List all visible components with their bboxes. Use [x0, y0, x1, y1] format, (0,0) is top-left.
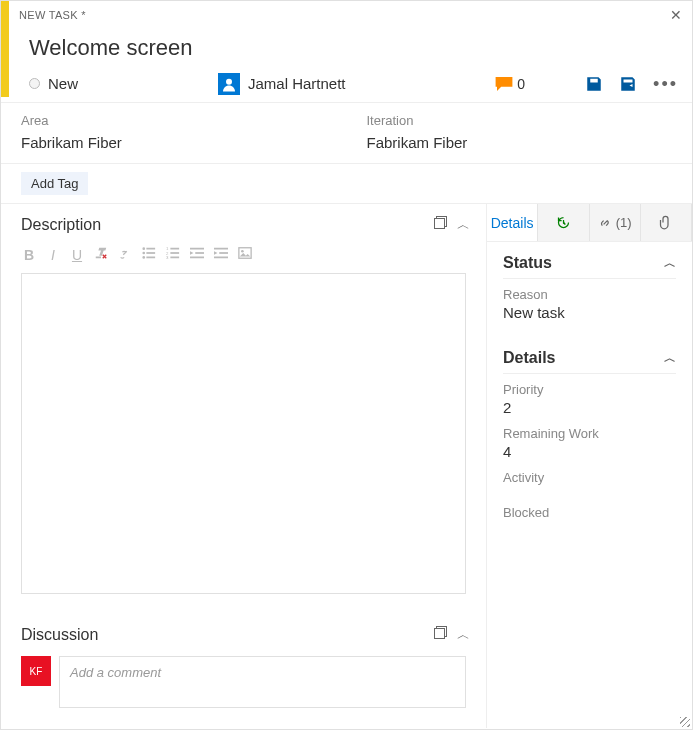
resize-grip-icon[interactable] — [676, 713, 692, 729]
svg-rect-15 — [195, 252, 204, 254]
discussion-title: Discussion — [21, 626, 434, 644]
details-heading: Details ︿ — [503, 349, 676, 374]
svg-rect-3 — [146, 248, 155, 250]
svg-rect-14 — [190, 248, 204, 250]
bullet-list-icon[interactable] — [141, 246, 157, 263]
refresh-icon[interactable] — [619, 75, 637, 93]
chevron-up-icon[interactable]: ︿ — [664, 350, 676, 367]
link-icon[interactable] — [117, 246, 133, 263]
svg-point-21 — [241, 250, 244, 253]
indent-icon[interactable] — [213, 246, 229, 263]
discussion-body: KF Add a comment — [1, 650, 486, 728]
iteration-label: Iteration — [367, 113, 673, 128]
side-tabs: Details (1) — [487, 204, 692, 242]
comment-number: 0 — [517, 76, 525, 92]
content-area: Description ︿ B I U 123 Discussion — [1, 204, 692, 728]
add-tag-button[interactable]: Add Tag — [21, 172, 88, 195]
header-strip: NEW TASK * ✕ — [1, 1, 692, 29]
assignee-picker[interactable]: Jamal Hartnett — [218, 73, 495, 95]
iteration-value: Fabrikam Fiber — [367, 134, 673, 151]
svg-rect-7 — [146, 257, 155, 259]
remaining-work-value: 4 — [503, 443, 676, 460]
underline-icon[interactable]: U — [69, 247, 85, 263]
speech-bubble-icon — [495, 77, 513, 91]
status-heading: Status ︿ — [503, 254, 676, 279]
area-label: Area — [21, 113, 327, 128]
svg-text:3: 3 — [166, 255, 169, 260]
outdent-icon[interactable] — [189, 246, 205, 263]
link-icon — [598, 215, 613, 230]
svg-rect-16 — [190, 257, 204, 259]
reason-field[interactable]: Reason New task — [503, 287, 676, 321]
svg-point-4 — [142, 252, 145, 255]
maximize-icon[interactable] — [434, 216, 447, 229]
user-avatar: KF — [21, 656, 51, 686]
rich-text-toolbar: B I U 123 — [1, 240, 486, 269]
area-value: Fabrikam Fiber — [21, 134, 327, 151]
history-icon — [556, 215, 571, 230]
remaining-work-field[interactable]: Remaining Work 4 — [503, 426, 676, 460]
svg-point-1 — [226, 78, 232, 84]
work-item-title[interactable]: Welcome screen — [29, 35, 674, 61]
number-list-icon[interactable]: 123 — [165, 246, 181, 263]
bold-icon[interactable]: B — [21, 247, 37, 263]
chevron-up-icon[interactable]: ︿ — [457, 216, 470, 234]
details-section: Details ︿ Priority 2 Remaining Work 4 Ac… — [487, 337, 692, 536]
state-indicator-dot — [29, 78, 40, 89]
title-row: Welcome screen — [1, 29, 692, 71]
more-actions-icon[interactable]: ••• — [653, 79, 678, 89]
right-pane: Details (1) Status ︿ Reason New task — [487, 204, 692, 728]
blocked-label: Blocked — [503, 505, 676, 520]
svg-rect-19 — [214, 257, 228, 259]
tags-row: Add Tag — [1, 164, 692, 204]
iteration-field[interactable]: Iteration Fabrikam Fiber — [347, 103, 693, 163]
remaining-work-label: Remaining Work — [503, 426, 676, 441]
tab-history[interactable] — [538, 204, 589, 241]
svg-rect-9 — [170, 248, 179, 250]
comment-input[interactable]: Add a comment — [59, 656, 466, 708]
links-count: (1) — [616, 215, 632, 230]
priority-value: 2 — [503, 399, 676, 416]
priority-field[interactable]: Priority 2 — [503, 382, 676, 416]
description-editor[interactable] — [21, 273, 466, 594]
priority-label: Priority — [503, 382, 676, 397]
attachment-icon — [658, 215, 673, 230]
save-icon[interactable] — [585, 75, 603, 93]
svg-point-6 — [142, 256, 145, 259]
svg-rect-20 — [239, 248, 251, 259]
header-actions: ••• — [585, 75, 678, 93]
chevron-up-icon[interactable]: ︿ — [664, 255, 676, 272]
svg-rect-18 — [219, 252, 228, 254]
tab-links[interactable]: (1) — [590, 204, 641, 241]
activity-field[interactable]: Activity — [503, 470, 676, 485]
chevron-up-icon[interactable]: ︿ — [457, 626, 470, 644]
blocked-field[interactable]: Blocked — [503, 505, 676, 520]
description-title: Description — [21, 216, 434, 234]
description-header: Description ︿ — [1, 204, 486, 240]
state-value[interactable]: New — [48, 75, 218, 92]
svg-rect-17 — [214, 248, 228, 250]
image-icon[interactable] — [237, 246, 253, 263]
info-row: New Jamal Hartnett 0 ••• — [1, 71, 692, 103]
activity-label: Activity — [503, 470, 676, 485]
close-icon[interactable]: ✕ — [670, 7, 682, 23]
svg-rect-13 — [170, 257, 179, 259]
status-section: Status ︿ Reason New task — [487, 242, 692, 337]
italic-icon[interactable]: I — [45, 247, 61, 263]
svg-rect-11 — [170, 252, 179, 254]
clear-format-icon[interactable] — [93, 246, 109, 263]
tab-attachments[interactable] — [641, 204, 692, 241]
svg-rect-5 — [146, 252, 155, 254]
area-field[interactable]: Area Fabrikam Fiber — [1, 103, 347, 163]
maximize-icon[interactable] — [434, 626, 447, 639]
reason-value: New task — [503, 304, 676, 321]
avatar-icon — [218, 73, 240, 95]
discussion-header: Discussion ︿ — [1, 614, 486, 650]
svg-point-2 — [142, 247, 145, 250]
work-item-type-label: NEW TASK * — [19, 9, 86, 21]
tab-details[interactable]: Details — [487, 204, 538, 241]
left-pane: Description ︿ B I U 123 Discussion — [1, 204, 487, 728]
classification-row: Area Fabrikam Fiber Iteration Fabrikam F… — [1, 103, 692, 164]
comment-count[interactable]: 0 — [495, 76, 525, 92]
assignee-name: Jamal Hartnett — [248, 75, 346, 92]
